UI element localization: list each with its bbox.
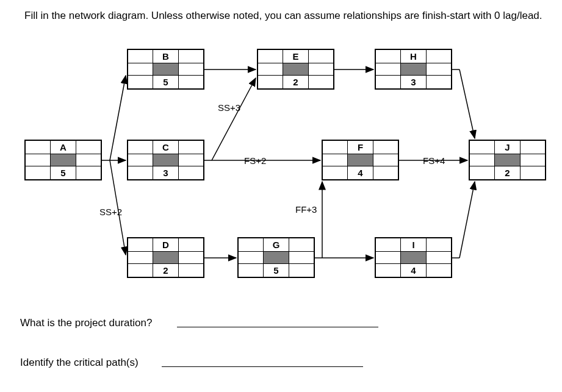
- node-a-dur: 5: [50, 166, 76, 179]
- node-b: B 5: [127, 49, 204, 90]
- edge-label-fs4: FS+4: [423, 155, 445, 166]
- svg-line-22: [459, 182, 475, 258]
- node-f-dur: 4: [347, 166, 373, 179]
- instruction-text: Fill in the network diagram. Unless othe…: [24, 10, 542, 22]
- node-a-name: A: [50, 141, 76, 154]
- node-j: J 2: [469, 140, 546, 180]
- node-d-name: D: [153, 238, 178, 251]
- node-d-dur: 2: [153, 264, 178, 277]
- node-d: D 2: [127, 237, 204, 278]
- question-critical: Identify the critical path(s): [20, 357, 139, 369]
- node-f-name: F: [347, 141, 373, 154]
- node-e-dur: 2: [283, 76, 308, 88]
- node-b-dur: 5: [153, 76, 178, 88]
- edge-label-ss2: SS+2: [99, 207, 122, 217]
- node-c-name: C: [153, 141, 178, 154]
- node-e-name: E: [283, 50, 308, 63]
- node-e: E 2: [257, 49, 334, 90]
- node-c-dur: 3: [153, 166, 178, 179]
- node-b-name: B: [153, 50, 178, 63]
- node-j-name: J: [494, 141, 520, 154]
- node-i-name: I: [400, 238, 426, 251]
- node-g-dur: 5: [263, 264, 289, 277]
- edge-label-ff3: FF+3: [295, 204, 317, 215]
- svg-line-2: [110, 76, 126, 160]
- node-h: H 3: [375, 49, 452, 90]
- edge-label-ss3: SS+3: [218, 102, 240, 113]
- svg-line-20: [459, 69, 475, 138]
- node-h-name: H: [400, 50, 426, 63]
- node-j-dur: 2: [494, 166, 520, 179]
- node-g-name: G: [263, 238, 289, 251]
- node-i-dur: 4: [400, 264, 426, 277]
- node-c: C 3: [127, 140, 204, 180]
- edge-label-fs2: FS+2: [244, 155, 266, 166]
- node-i: I 4: [375, 237, 452, 278]
- node-h-dur: 3: [400, 76, 426, 88]
- answer-line-critical[interactable]: [162, 366, 363, 367]
- svg-line-8: [212, 78, 256, 160]
- node-f: F 4: [322, 140, 399, 180]
- node-g: G 5: [237, 237, 315, 278]
- node-a: A 5: [24, 140, 102, 180]
- answer-line-duration[interactable]: [177, 327, 378, 327]
- question-duration: What is the project duration?: [20, 317, 152, 329]
